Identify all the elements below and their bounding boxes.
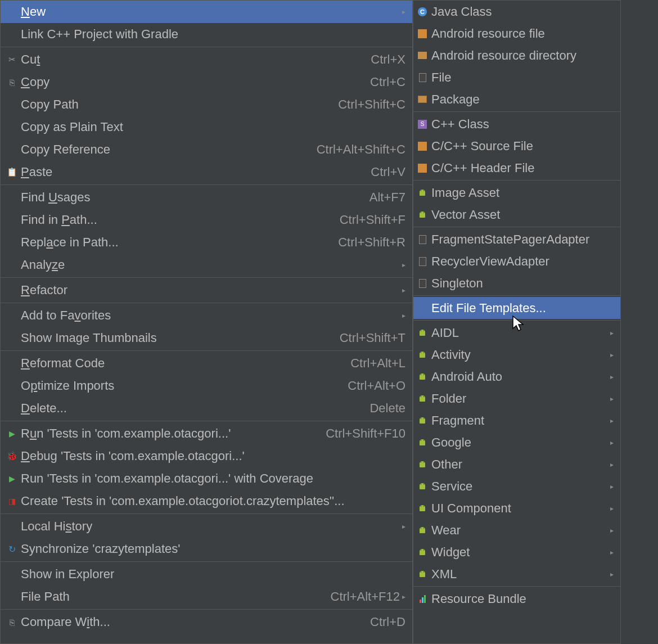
main-menu-item-copy-path[interactable]: Copy PathCtrl+Shift+C xyxy=(1,93,412,116)
sub-menu-item-file[interactable]: File xyxy=(413,66,620,88)
sub-menu-item-xml[interactable]: XML▸ xyxy=(413,563,620,585)
menu-separator xyxy=(413,180,620,181)
main-menu-item-refactor[interactable]: Refactor▸ xyxy=(1,279,412,301)
svg-point-25 xyxy=(423,550,424,550)
menu-item-label: Analyze xyxy=(21,258,400,272)
sub-menu-item-vector-asset[interactable]: Vector Asset xyxy=(413,204,620,226)
main-menu-item-analyze[interactable]: Analyze▸ xyxy=(1,254,412,276)
main-menu-item-paste[interactable]: 📋PasteCtrl+V xyxy=(1,161,412,183)
menu-item-label: Java Class xyxy=(431,4,614,19)
main-menu-item-show-in-explorer[interactable]: Show in Explorer xyxy=(1,563,412,586)
compare-icon: ⎘ xyxy=(6,616,17,628)
sub-menu-item-folder[interactable]: Folder▸ xyxy=(413,388,620,409)
sub-menu-item-widget[interactable]: Widget▸ xyxy=(413,541,620,563)
menu-item-label: Vector Asset xyxy=(431,208,614,222)
file-icon xyxy=(417,256,428,267)
menu-item-label: Edit File Templates... xyxy=(431,301,614,316)
main-menu-item-add-to-favorites[interactable]: Add to Favorites▸ xyxy=(1,304,412,327)
sub-menu-item-singleton[interactable]: Singleton xyxy=(413,272,620,294)
menu-item-label: Paste xyxy=(21,165,362,179)
main-menu-item-local-history[interactable]: Local History▸ xyxy=(1,515,412,538)
main-menu-item-copy-reference[interactable]: Copy ReferenceCtrl+Alt+Shift+C xyxy=(1,138,412,161)
sub-menu-item-package[interactable]: Package xyxy=(413,88,620,110)
main-menu-item-debug-tests-in-com-example-otacgori[interactable]: 🐞Debug 'Tests in 'com.example.otacgori..… xyxy=(1,445,412,467)
sub-menu-item-google[interactable]: Google▸ xyxy=(413,431,620,453)
menu-item-shortcut: Ctrl+Alt+O xyxy=(339,379,405,393)
main-menu-item-reformat-code[interactable]: Reformat CodeCtrl+Alt+L xyxy=(1,352,412,375)
sub-menu-item-resource-bundle[interactable]: Resource Bundle xyxy=(413,588,620,610)
main-menu-item-link-c-project-with-gradle[interactable]: Link C++ Project with Gradle xyxy=(1,23,412,46)
sub-menu-item-fragment[interactable]: Fragment▸ xyxy=(413,409,620,431)
main-menu-item-show-image-thumbnails[interactable]: Show Image ThumbnailsCtrl+Shift+T xyxy=(1,327,412,349)
android-icon xyxy=(417,547,428,558)
menu-separator xyxy=(1,277,412,278)
xml-icon xyxy=(417,28,428,39)
menu-item-label: Service xyxy=(431,479,608,494)
sub-menu-item-c-class[interactable]: SC++ Class xyxy=(413,113,620,135)
sub-menu-item-service[interactable]: Service▸ xyxy=(413,475,620,497)
sub-menu-item-ui-component[interactable]: UI Component▸ xyxy=(413,497,620,519)
menu-separator xyxy=(1,514,412,514)
sub-menu-item-image-asset[interactable]: Image Asset xyxy=(413,182,620,204)
sub-menu-item-fragmentstatepageradapter[interactable]: FragmentStatePagerAdapter xyxy=(413,228,620,250)
sub-menu-item-edit-file-templates[interactable]: Edit File Templates... xyxy=(413,297,620,319)
main-menu-item-new[interactable]: New▸ xyxy=(1,1,412,23)
sub-menu-item-c-c-source-file[interactable]: C/C++ Source File xyxy=(413,135,620,157)
svg-point-20 xyxy=(421,506,421,506)
submenu-arrow-icon: ▸ xyxy=(608,461,614,469)
main-menu-item-replace-in-path[interactable]: Replace in Path...Ctrl+Shift+R xyxy=(1,231,412,254)
sub-menu-item-other[interactable]: Other▸ xyxy=(413,453,620,475)
svg-point-15 xyxy=(423,440,424,440)
menu-item-label: Copy Path xyxy=(21,97,329,112)
folder-icon xyxy=(417,50,428,61)
submenu-arrow-icon: ▸ xyxy=(400,286,405,294)
menu-item-shortcut: Ctrl+Shift+R xyxy=(329,235,405,250)
menu-item-shortcut: Ctrl+Shift+F10 xyxy=(317,426,405,441)
menu-item-label: Run 'Tests in 'com.example.otacgori...' … xyxy=(21,471,405,486)
menu-item-label: Google xyxy=(431,435,608,450)
sub-menu-item-android-resource-file[interactable]: Android resource file xyxy=(413,22,620,44)
cpp-icon: S xyxy=(417,119,428,130)
menu-item-label: Show in Explorer xyxy=(21,567,405,582)
svg-point-18 xyxy=(421,484,421,484)
sub-menu-item-c-c-header-file[interactable]: C/C++ Header File xyxy=(413,157,620,179)
main-menu-item-copy-as-plain-text[interactable]: Copy as Plain Text xyxy=(1,116,412,138)
main-menu-item-file-path[interactable]: File PathCtrl+Alt+F12▸ xyxy=(1,586,412,608)
main-menu-item-find-in-path[interactable]: Find in Path...Ctrl+Shift+F xyxy=(1,209,412,231)
sub-menu-item-wear[interactable]: Wear▸ xyxy=(413,519,620,541)
sub-menu-item-aidl[interactable]: AIDL▸ xyxy=(413,322,620,344)
main-menu-item-copy[interactable]: ⎘CopyCtrl+C xyxy=(1,71,412,93)
menu-item-label: C/C++ Header File xyxy=(431,161,614,175)
svg-point-1 xyxy=(423,190,424,191)
sub-menu-item-activity[interactable]: Activity▸ xyxy=(413,344,620,366)
main-menu-item-delete[interactable]: Delete...Delete xyxy=(1,397,412,420)
menu-item-shortcut: Ctrl+Shift+C xyxy=(329,97,405,112)
main-menu-item-find-usages[interactable]: Find UsagesAlt+F7 xyxy=(1,186,412,209)
sub-menu-item-java-class[interactable]: CJava Class xyxy=(413,1,620,22)
main-menu-item-compare-with[interactable]: ⎘Compare With...Ctrl+D xyxy=(1,611,412,633)
sub-menu-item-recyclerviewadapter[interactable]: RecyclerViewAdapter xyxy=(413,250,620,272)
main-menu-item-synchronize-crazytemplates[interactable]: ↻Synchronize 'crazytemplates' xyxy=(1,538,412,560)
main-menu-item-cut[interactable]: ✂CutCtrl+X xyxy=(1,48,412,71)
menu-item-label: Create 'Tests in 'com.example.otacgoriot… xyxy=(21,494,405,508)
sub-menu-item-android-auto[interactable]: Android Auto▸ xyxy=(413,366,620,388)
menu-item-shortcut: Ctrl+D xyxy=(361,615,405,629)
submenu-arrow-icon: ▸ xyxy=(608,483,614,490)
sub-menu-item-android-resource-directory[interactable]: Android resource directory xyxy=(413,44,620,66)
submenu-arrow-icon: ▸ xyxy=(400,312,405,319)
submenu-arrow-icon: ▸ xyxy=(608,417,614,425)
menu-item-shortcut: Ctrl+Shift+F xyxy=(331,213,405,227)
main-menu-item-run-tests-in-com-example-otacgori[interactable]: ▶Run 'Tests in 'com.example.otacgori...'… xyxy=(1,422,412,445)
file-icon xyxy=(417,278,428,289)
cut-icon: ✂ xyxy=(6,54,17,65)
main-menu-item-run-tests-in-com-example-otacgori-with-c[interactable]: ▶Run 'Tests in 'com.example.otacgori...'… xyxy=(1,467,412,490)
menu-item-shortcut: Ctrl+Alt+Shift+C xyxy=(308,142,405,157)
android-icon xyxy=(417,187,428,199)
main-menu-item-create-tests-in-com-example-otacgoriot-c[interactable]: ◨Create 'Tests in 'com.example.otacgorio… xyxy=(1,490,412,512)
svg-point-2 xyxy=(421,212,421,213)
menu-item-shortcut: Ctrl+Alt+L xyxy=(341,356,405,371)
main-menu-item-optimize-imports[interactable]: Optimize ImportsCtrl+Alt+O xyxy=(1,375,412,397)
svg-point-11 xyxy=(423,396,424,397)
menu-item-shortcut: Alt+F7 xyxy=(360,190,405,205)
svg-point-4 xyxy=(421,330,421,331)
